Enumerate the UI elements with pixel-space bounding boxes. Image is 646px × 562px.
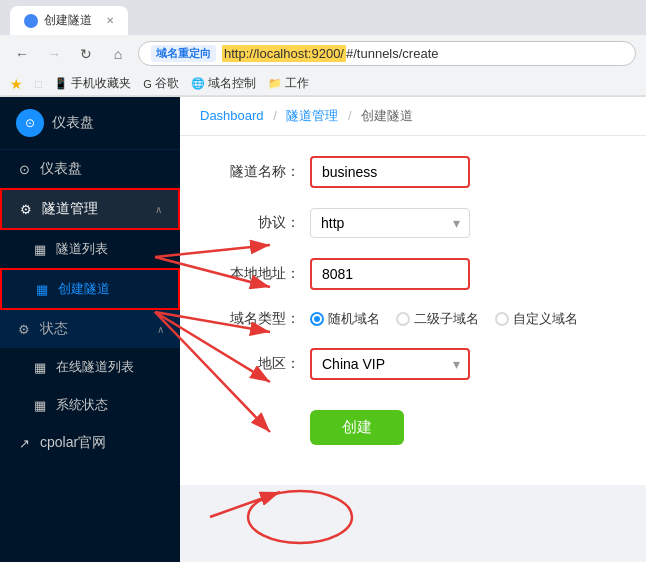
tab-title: 创建隧道: [44, 12, 92, 29]
logo-icon: ⊙: [16, 109, 44, 137]
protocol-select[interactable]: http https tcp udp: [310, 208, 470, 238]
browser-tabs: 创建隧道 ✕: [0, 0, 646, 35]
address-url: http://localhost:9200/#/tunnels/create: [222, 46, 623, 61]
sidebar-item-online-tunnels[interactable]: ▦ 在线隧道列表: [0, 348, 180, 386]
logo-text: 仪表盘: [52, 114, 94, 132]
main-content: Dashboard / 隧道管理 / 创建隧道 隧道名称： 协议： http h…: [180, 97, 646, 562]
sidebar: ⊙ 仪表盘 ⊙ 仪表盘 ⚙ 隧道管理 ∧ ▦ 隧道列表 ▦ 创建隧道 ⚙ 状态 …: [0, 97, 180, 562]
bookmark-domain-label: 域名控制: [208, 75, 256, 92]
system-status-icon: ▦: [32, 397, 48, 413]
sidebar-item-system-status[interactable]: ▦ 系统状态: [0, 386, 180, 424]
bookmark-google-label: 谷歌: [155, 75, 179, 92]
radio-custom-dot: [495, 312, 509, 326]
bookmark-mobile-label: 手机收藏夹: [71, 75, 131, 92]
tunnel-name-input[interactable]: [310, 156, 470, 188]
sidebar-create-tunnel-label: 创建隧道: [58, 280, 110, 298]
breadcrumb-current: 创建隧道: [361, 108, 413, 123]
domain-icon: 🌐: [191, 77, 205, 90]
domain-type-label: 域名类型：: [210, 310, 300, 328]
status-icon: ⚙: [16, 321, 32, 337]
tab-close[interactable]: ✕: [106, 15, 114, 26]
folder-icon: 📁: [268, 77, 282, 90]
breadcrumb-sep2: /: [348, 108, 355, 123]
breadcrumb-tunnel-mgmt[interactable]: 隧道管理: [286, 108, 338, 123]
url-highlight: http://localhost:9200/: [222, 45, 346, 62]
form-row-tunnel-name: 隧道名称：: [210, 156, 616, 188]
browser-chrome: 创建隧道 ✕ ← → ↻ ⌂ 域名重定向 http://localhost:92…: [0, 0, 646, 97]
app-layout: ⊙ 仪表盘 ⊙ 仪表盘 ⚙ 隧道管理 ∧ ▦ 隧道列表 ▦ 创建隧道 ⚙ 状态 …: [0, 97, 646, 562]
region-select-wrapper: China VIP China US: [310, 348, 470, 380]
breadcrumb-sep1: /: [273, 108, 280, 123]
form-row-submit: 创建: [210, 400, 616, 445]
tunnel-list-icon: ▦: [32, 241, 48, 257]
back-button[interactable]: ←: [10, 42, 34, 66]
create-tunnel-icon: ▦: [34, 281, 50, 297]
radio-custom-label: 自定义域名: [513, 310, 578, 328]
sidebar-system-status-label: 系统状态: [56, 396, 108, 414]
bookmark-work[interactable]: 📁 工作: [268, 75, 309, 92]
dashboard-icon: ⊙: [16, 161, 32, 177]
form-row-domain-type: 域名类型： 随机域名 二级子域名 自定义域名: [210, 310, 616, 328]
bookmarks-bar: ★ □ 📱 手机收藏夹 G 谷歌 🌐 域名控制 📁 工作: [0, 72, 646, 96]
form-row-local-addr: 本地地址：: [210, 258, 616, 290]
sidebar-online-tunnels-label: 在线隧道列表: [56, 358, 134, 376]
sidebar-item-tunnel-list[interactable]: ▦ 隧道列表: [0, 230, 180, 268]
mobile-icon: 📱: [54, 77, 68, 90]
forward-button[interactable]: →: [42, 42, 66, 66]
sidebar-item-tunnel-mgmt[interactable]: ⚙ 隧道管理 ∧: [0, 188, 180, 230]
address-bar[interactable]: 域名重定向 http://localhost:9200/#/tunnels/cr…: [138, 41, 636, 66]
region-label: 地区：: [210, 355, 300, 373]
status-arrow: ∧: [157, 324, 164, 335]
create-button[interactable]: 创建: [310, 410, 404, 445]
form-row-protocol: 协议： http https tcp udp: [210, 208, 616, 238]
local-addr-input[interactable]: [310, 258, 470, 290]
active-tab[interactable]: 创建隧道 ✕: [10, 6, 128, 35]
radio-random-label: 随机域名: [328, 310, 380, 328]
sidebar-logo: ⊙ 仪表盘: [0, 97, 180, 150]
sep1: □: [35, 77, 42, 91]
tunnel-mgmt-icon: ⚙: [18, 201, 34, 217]
sidebar-status-label: 状态: [40, 320, 68, 338]
form-area: 隧道名称： 协议： http https tcp udp 本地地址：: [180, 136, 646, 485]
star-icon: ★: [10, 76, 23, 92]
sidebar-tunnel-list-label: 隧道列表: [56, 240, 108, 258]
tunnel-name-label: 隧道名称：: [210, 163, 300, 181]
google-icon: G: [143, 78, 152, 90]
region-select[interactable]: China VIP China US: [310, 348, 470, 380]
local-addr-label: 本地地址：: [210, 265, 300, 283]
radio-subdomain[interactable]: 二级子域名: [396, 310, 479, 328]
sidebar-cpolar-label: cpolar官网: [40, 434, 106, 452]
tunnel-mgmt-arrow: ∧: [155, 204, 162, 215]
home-button[interactable]: ⌂: [106, 42, 130, 66]
sidebar-item-create-tunnel[interactable]: ▦ 创建隧道: [0, 268, 180, 310]
breadcrumb: Dashboard / 隧道管理 / 创建隧道: [180, 97, 646, 136]
radio-subdomain-label: 二级子域名: [414, 310, 479, 328]
protocol-select-wrapper: http https tcp udp: [310, 208, 470, 238]
sidebar-item-cpolar[interactable]: ↗ cpolar官网: [0, 424, 180, 462]
sidebar-dashboard-label: 仪表盘: [40, 160, 82, 178]
url-rest: #/tunnels/create: [346, 46, 439, 61]
refresh-button[interactable]: ↻: [74, 42, 98, 66]
online-tunnels-icon: ▦: [32, 359, 48, 375]
cpolar-icon: ↗: [16, 435, 32, 451]
radio-custom-domain[interactable]: 自定义域名: [495, 310, 578, 328]
bookmark-google[interactable]: G 谷歌: [143, 75, 179, 92]
protocol-label: 协议：: [210, 214, 300, 232]
bookmark-domain[interactable]: 🌐 域名控制: [191, 75, 256, 92]
domain-type-radio-group: 随机域名 二级子域名 自定义域名: [310, 310, 578, 328]
radio-random-domain[interactable]: 随机域名: [310, 310, 380, 328]
form-row-region: 地区： China VIP China US: [210, 348, 616, 380]
redirect-badge: 域名重定向: [151, 45, 216, 62]
sidebar-item-dashboard[interactable]: ⊙ 仪表盘: [0, 150, 180, 188]
sidebar-tunnel-mgmt-label: 隧道管理: [42, 200, 98, 218]
sidebar-item-status[interactable]: ⚙ 状态 ∧: [0, 310, 180, 348]
browser-toolbar: ← → ↻ ⌂ 域名重定向 http://localhost:9200/#/tu…: [0, 35, 646, 72]
radio-random-dot: [310, 312, 324, 326]
tab-favicon: [24, 14, 38, 28]
bookmark-mobile[interactable]: 📱 手机收藏夹: [54, 75, 131, 92]
radio-subdomain-dot: [396, 312, 410, 326]
bookmark-work-label: 工作: [285, 75, 309, 92]
breadcrumb-dashboard[interactable]: Dashboard: [200, 108, 264, 123]
